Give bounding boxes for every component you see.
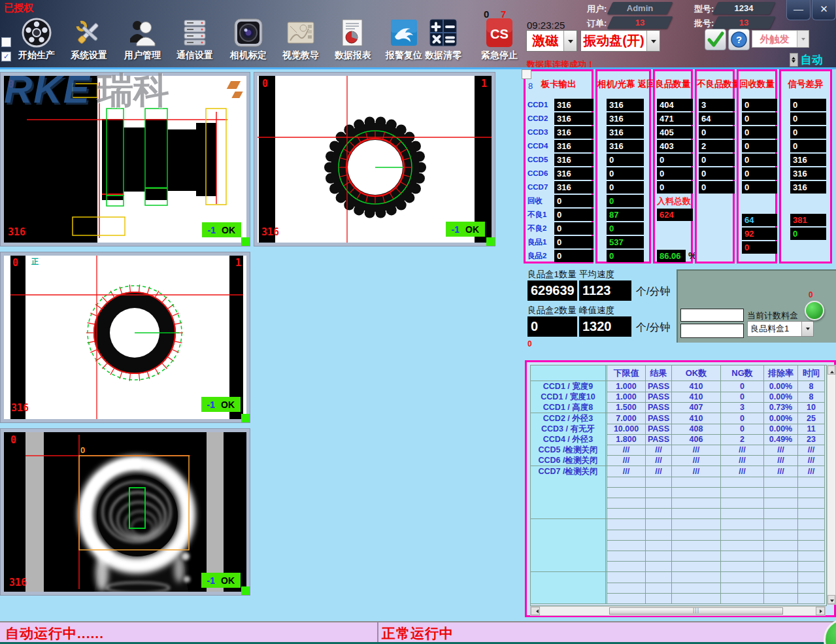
results-row-name[interactable]: CCD3 / 有无牙 [531, 424, 607, 435]
horizontal-scrollbar[interactable] [530, 606, 826, 616]
resize-grip[interactable] [241, 414, 250, 422]
results-row-name [531, 561, 607, 572]
led-count: 0 [809, 290, 813, 299]
resize-grip[interactable] [241, 237, 250, 246]
emergency-stop-button[interactable]: CS 紧急停止 [473, 17, 526, 61]
results-cell: 1.500 [607, 402, 646, 413]
results-header: NG数 [721, 365, 764, 381]
results-row-name[interactable]: CCD1 / 高度8 [531, 402, 607, 413]
counting-input-1[interactable] [680, 309, 744, 322]
results-row-name[interactable]: CCD7 /检测关闭 [531, 466, 607, 477]
data-clear-button[interactable]: 数据清零 [416, 17, 470, 61]
check-icon [705, 29, 726, 50]
results-cell [798, 477, 825, 488]
excite-dropdown[interactable]: 激磁 [526, 30, 577, 52]
scroll-down-button[interactable] [828, 595, 835, 604]
results-cell [764, 540, 798, 551]
help-button[interactable]: ? [728, 29, 750, 50]
vision-teach-button[interactable]: 视觉教导 [274, 17, 327, 61]
results-cell [607, 498, 646, 509]
result-value: -1 [208, 225, 216, 235]
scrollbar-thumb[interactable] [609, 607, 783, 615]
results-cell: PASS [646, 402, 672, 413]
camera-view-4[interactable]: 0 0 316 -1OK [0, 428, 250, 596]
stats-value: 0 [607, 167, 644, 180]
chevron-down-icon[interactable] [801, 322, 813, 336]
results-cell: 8 [798, 392, 825, 403]
camera-calibration-button[interactable]: 相机标定 [222, 17, 275, 61]
close-button[interactable]: ✕ [812, 0, 836, 20]
counting-input-2[interactable] [680, 324, 744, 338]
data-report-button[interactable]: 数据报表 [326, 17, 380, 61]
results-row-name[interactable]: CCD2 / 外径3 [531, 413, 607, 424]
inspection-overlay [4, 76, 246, 243]
results-cell [764, 572, 798, 583]
results-row-name[interactable]: CCD1 / 宽度10 [531, 392, 607, 403]
tool-label: 系统设置 [62, 50, 116, 61]
stats-value: 0 [742, 112, 777, 125]
avg-speed-label: 平均速度 [579, 269, 614, 280]
camera-view-2[interactable]: 0 1 316 -1OK [254, 72, 495, 246]
results-row-name[interactable]: CCD5 /检测关闭 [531, 445, 607, 456]
results-cell [798, 551, 825, 562]
results-cell: 11 [798, 424, 825, 435]
camera-image-2: 0 1 316 -1OK [258, 76, 492, 243]
results-cell [672, 508, 721, 519]
chevron-down-icon[interactable] [563, 31, 577, 51]
start-production-button[interactable]: 开始生产 [10, 17, 63, 61]
results-row-name[interactable]: CCD4 / 外径3 [531, 434, 607, 445]
results-cell: /// [721, 466, 764, 477]
stats-row-label: 良品1 [527, 236, 554, 248]
camera-view-3[interactable]: 0 正 1 316 -1OK [0, 252, 250, 423]
communication-settings-button[interactable]: 通信设置 [168, 17, 222, 61]
chevron-down-icon[interactable] [797, 31, 809, 47]
stats-value: 0 [742, 167, 777, 180]
view-flag: 1 [481, 78, 487, 90]
resize-grip[interactable] [486, 237, 495, 246]
tray-dropdown[interactable]: 良品料盒1 [747, 321, 814, 337]
results-cell: /// [646, 455, 672, 466]
results-cell [607, 519, 646, 530]
stats-group-6: 信号差异00003163163163810 [779, 69, 832, 263]
stats-value: 0 [742, 140, 777, 152]
results-cell [764, 551, 798, 562]
authorized-status: 已授权 [4, 2, 33, 14]
spin-down-icon[interactable] [792, 60, 795, 65]
camera-view-1[interactable]: 0 316 -1OK [0, 72, 250, 246]
results-row-name[interactable]: CCD6 /检测关闭 [531, 455, 607, 466]
user-management-button[interactable]: 用户管理 [116, 17, 169, 61]
tool-label: 视觉教导 [274, 50, 327, 61]
scroll-left-button[interactable] [531, 607, 540, 615]
chevron-down-icon[interactable] [646, 31, 660, 51]
minimize-button[interactable]: — [786, 0, 811, 20]
stats-checkbox[interactable] [522, 69, 531, 79]
vibrator-dropdown[interactable]: 振动盘(开) [580, 30, 660, 52]
confirm-button[interactable] [705, 29, 726, 50]
stats-value: 316 [554, 140, 594, 152]
user-field[interactable]: Admin [607, 2, 673, 14]
stats-value: 0 [607, 195, 644, 207]
spin-up-icon[interactable] [792, 55, 795, 59]
model-field[interactable]: 1234 [712, 2, 776, 14]
scroll-up-button[interactable] [828, 365, 835, 375]
results-row-name[interactable]: CCD1 / 宽度9 [531, 381, 607, 392]
resize-grip[interactable] [241, 586, 250, 595]
users-icon [127, 17, 158, 48]
auto-spinner[interactable] [790, 53, 798, 67]
trigger-dropdown[interactable]: 外触发 [752, 30, 809, 48]
results-cell: /// [672, 455, 721, 466]
results-cell [607, 583, 646, 594]
stats-value: 316 [607, 126, 644, 139]
stats-row-label: CCD3 [527, 126, 554, 139]
vertical-scrollbar[interactable] [827, 365, 836, 605]
order-field[interactable]: 13 [607, 16, 673, 29]
system-settings-button[interactable]: 系统设置 [62, 17, 116, 61]
roi-label: 0 [80, 445, 85, 455]
stats-value: 316 [790, 167, 826, 180]
batch-field[interactable]: 13 [712, 16, 776, 29]
box2-aux-value: 0 [527, 339, 532, 348]
results-cell: 1.800 [607, 434, 646, 445]
results-row-name [531, 477, 607, 488]
scroll-right-button[interactable] [816, 607, 825, 615]
result-value: -1 [207, 399, 215, 410]
